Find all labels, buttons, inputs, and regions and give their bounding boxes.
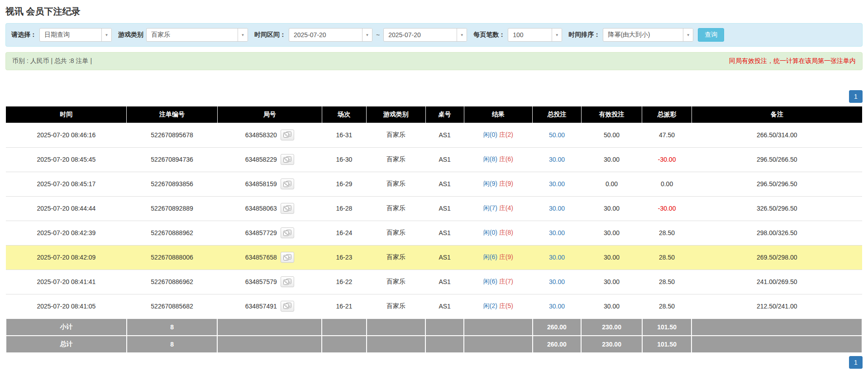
- cell-result: 闲(9) 庄(9): [464, 172, 532, 196]
- cell-round-id: 634858320: [217, 123, 322, 147]
- cell-time: 2025-07-20 08:41:05: [6, 294, 127, 318]
- query-type-select[interactable]: 日期查询 ▼: [39, 28, 112, 42]
- table-row: 2025-07-20 08:44:44522670892889634858063…: [6, 196, 862, 221]
- cell-payout: -30.00: [642, 147, 692, 172]
- table-row: 2025-07-20 08:42:39522670888962634857729…: [6, 221, 862, 245]
- cell-table-no: AS1: [425, 270, 464, 294]
- cell-result: 闲(6) 庄(7): [464, 270, 532, 294]
- cell-time: 2025-07-20 08:45:17: [6, 172, 127, 196]
- cell-table-no: AS1: [425, 196, 464, 221]
- footer-empty: [217, 318, 322, 336]
- cell-session: 16-22: [322, 270, 366, 294]
- footer-count: 8: [127, 336, 218, 353]
- round-detail-button[interactable]: [281, 178, 294, 189]
- filter-bar: 请选择： 日期查询 ▼ 游戏类别 百家乐 ▼ 时间区间： 2025-07-20 …: [5, 23, 863, 47]
- round-detail-button[interactable]: [281, 276, 294, 287]
- cell-remark: 296.50/266.50: [692, 147, 862, 172]
- total-bet-link[interactable]: 50.00: [549, 131, 565, 139]
- table-footer: 小计8260.00230.00101.50总计8260.00230.00101.…: [6, 318, 862, 353]
- footer-count: 8: [127, 318, 218, 336]
- query-type-label: 请选择：: [11, 31, 37, 39]
- chevron-down-icon: ▼: [101, 29, 111, 41]
- cell-bet-id: 522670892889: [127, 196, 218, 221]
- round-id-text: 634858159: [245, 180, 277, 188]
- search-button[interactable]: 查询: [698, 28, 724, 42]
- game-type-select[interactable]: 百家乐 ▼: [146, 28, 248, 42]
- subtotal-row: 小计8260.00230.00101.50: [6, 318, 862, 336]
- page-size-select[interactable]: 100 ▼: [508, 28, 562, 42]
- round-id-text: 634858320: [245, 131, 277, 139]
- cell-game-type: 百家乐: [367, 221, 426, 245]
- cell-table-no: AS1: [425, 245, 464, 270]
- cell-result: 闲(7) 庄(4): [464, 196, 532, 221]
- result-player: 闲(6): [483, 278, 497, 285]
- cell-valid-bet: 30.00: [581, 147, 642, 172]
- round-detail-button[interactable]: [281, 227, 294, 238]
- cell-remark: 296.50/296.50: [692, 172, 862, 196]
- cell-remark: 266.50/314.00: [692, 123, 862, 147]
- page-button-1-bottom[interactable]: 1: [849, 356, 863, 369]
- total-bet-link[interactable]: 30.00: [549, 156, 565, 163]
- footer-total-bet: 260.00: [533, 336, 582, 353]
- date-from-select[interactable]: 2025-07-20 ▼: [289, 28, 372, 42]
- round-detail-button[interactable]: [281, 130, 294, 140]
- column-header: 总投注: [533, 106, 582, 123]
- cell-payout: 28.50: [642, 270, 692, 294]
- total-row: 总计8260.00230.00101.50: [6, 336, 862, 353]
- round-detail-button[interactable]: [281, 301, 294, 312]
- chevron-down-icon: ▼: [457, 29, 467, 41]
- table-header: 时间注单编号局号场次游戏类别桌号结果总投注有效投注总派彩备注: [6, 106, 862, 123]
- date-to-select[interactable]: 2025-07-20 ▼: [383, 28, 467, 42]
- page-title: 视讯 会员下注纪录: [5, 5, 863, 18]
- total-bet-link[interactable]: 30.00: [549, 229, 565, 236]
- round-id-text: 634858063: [245, 205, 277, 212]
- cell-game-type: 百家乐: [367, 245, 426, 270]
- time-sort-select[interactable]: 降幂(由大到小) ▼: [603, 28, 693, 42]
- cell-valid-bet: 30.00: [581, 196, 642, 221]
- cell-bet-id: 522670895678: [127, 123, 218, 147]
- dice-icon: [283, 254, 291, 261]
- round-detail-button[interactable]: [281, 252, 294, 263]
- page-size-value: 100: [508, 31, 552, 39]
- date-to-value: 2025-07-20: [384, 31, 457, 39]
- cell-valid-bet: 30.00: [581, 294, 642, 318]
- page: 视讯 会员下注纪录 请选择： 日期查询 ▼ 游戏类别 百家乐 ▼ 时间区间： 2…: [0, 0, 868, 371]
- cell-session: 16-30: [322, 147, 366, 172]
- column-header: 时间: [6, 106, 127, 123]
- cell-session: 16-28: [322, 196, 366, 221]
- round-id-text: 634857491: [245, 303, 277, 310]
- date-from-value: 2025-07-20: [289, 31, 362, 39]
- footer-empty: [464, 336, 532, 353]
- column-header: 游戏类别: [367, 106, 426, 123]
- cell-round-id: 634857658: [217, 245, 322, 270]
- cell-remark: 269.50/298.00: [692, 245, 862, 270]
- result-banker: 庄(8): [499, 229, 513, 236]
- total-bet-link[interactable]: 30.00: [549, 254, 565, 261]
- cell-total-bet: 30.00: [533, 294, 582, 318]
- column-header: 备注: [692, 106, 862, 123]
- footer-empty: [322, 336, 366, 353]
- cell-game-type: 百家乐: [367, 196, 426, 221]
- total-bet-link[interactable]: 30.00: [549, 205, 565, 212]
- cell-time: 2025-07-20 08:41:41: [6, 270, 127, 294]
- result-player: 闲(0): [483, 131, 497, 138]
- table-row: 2025-07-20 08:45:17522670893856634858159…: [6, 172, 862, 196]
- chevron-down-icon: ▼: [683, 29, 693, 41]
- cell-round-id: 634857491: [217, 294, 322, 318]
- result-player: 闲(9): [483, 180, 497, 187]
- total-bet-link[interactable]: 30.00: [549, 278, 565, 285]
- cell-result: 闲(2) 庄(5): [464, 294, 532, 318]
- cell-round-id: 634858229: [217, 147, 322, 172]
- table-body: 2025-07-20 08:46:16522670895678634858320…: [6, 123, 862, 318]
- round-detail-button[interactable]: [281, 154, 294, 165]
- total-bet-link[interactable]: 30.00: [549, 180, 565, 188]
- round-detail-button[interactable]: [281, 203, 294, 214]
- round-id-text: 634858229: [245, 156, 277, 163]
- footer-total-bet: 260.00: [533, 318, 582, 336]
- result-player: 闲(6): [483, 253, 497, 260]
- cell-game-type: 百家乐: [367, 294, 426, 318]
- total-bet-link[interactable]: 30.00: [549, 303, 565, 310]
- cell-game-type: 百家乐: [367, 123, 426, 147]
- time-sort-value: 降幂(由大到小): [603, 31, 683, 39]
- page-button-1[interactable]: 1: [849, 90, 863, 103]
